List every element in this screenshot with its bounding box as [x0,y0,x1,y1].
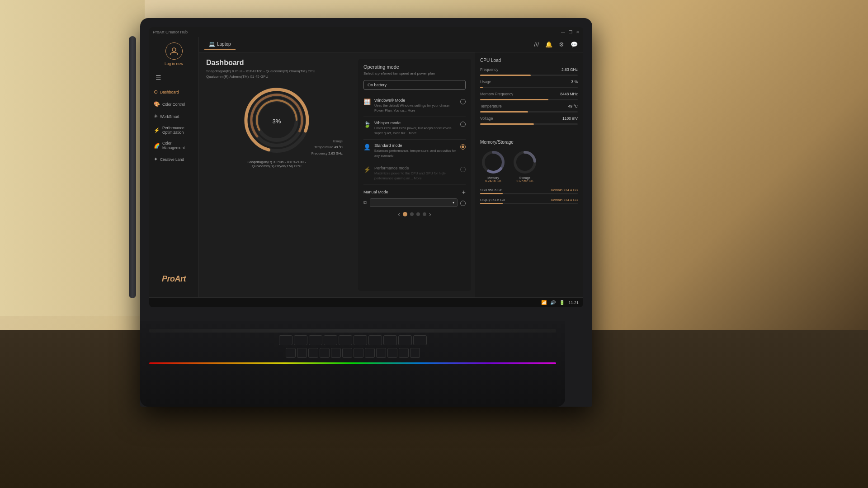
svg-point-0 [172,48,176,52]
close-button[interactable]: ✕ [576,30,580,34]
usage-bar-fill [480,87,483,88]
storage-gauge-svg [512,149,538,175]
whisper-mode-radio[interactable] [460,122,466,127]
temp-bar-fill [480,111,528,113]
frequency-bar [480,75,578,76]
right-panel: CPU Load Frequency 2.63 GHz [475,52,583,297]
app-title: ProArt Creator Hub [153,30,188,34]
login-label[interactable]: Log in now [165,61,183,66]
standard-mode-desc: Balances performance, temperature, and a… [374,149,457,158]
voltage-label: Voltage [480,116,493,121]
sidebar-item-label: Creative Land [160,157,184,162]
sidebar-item-color-management[interactable]: 🌈 Color Management [149,138,198,153]
battery-icon: 🔋 [559,300,565,305]
pagination-dot-4[interactable] [423,212,426,216]
voltage-value: 1100 mV [562,116,578,121]
freq-value: 2.63 GHz [328,151,343,155]
voltage-bar [480,123,578,125]
windows-mode-desc: Uses the default Windows settings for yo… [374,103,457,113]
sidebar-item-creative-land[interactable]: ✦ Creative Land [149,153,198,165]
tab-laptop-label: Laptop [217,42,231,47]
proart-logo: ProArt [156,271,192,287]
sound-icon: 🔊 [550,300,556,305]
pagination-prev[interactable]: ‹ [398,211,400,218]
pagination-dot-3[interactable] [416,212,420,216]
sidebar: Log in now ☰ ⊙ Dashboard 🎨 Color Control… [149,37,199,297]
usage-metric-label: Usage [480,80,491,84]
settings-icon[interactable]: ⚙ [559,41,564,48]
pagination-next[interactable]: › [429,211,431,218]
mem-freq-bar-fill [480,99,548,100]
device-line2: Qualcomm(R) Adreno(TM) X1-45 GPU [206,74,347,80]
osc-remain: Remain 734.4 GB [551,198,578,202]
temp-metric-label: Temperature [480,104,502,108]
title-bar: ProArt Creator Hub — ❐ ✕ [149,27,583,37]
mode-item-whisper[interactable]: 🍃 Whisper mode Limits CPU and GPU power,… [363,117,466,140]
whisper-mode-name: Whisper mode [374,121,457,125]
manual-mode-label: Manual Mode [363,190,388,194]
hamburger-menu[interactable]: ☰ [149,74,161,81]
temp-value: 49 °C [334,145,343,149]
frequency-label: Frequency [480,67,498,72]
storage-gauge-value: 217/952 GB [516,179,533,183]
manual-mode-dropdown[interactable]: ▾ [370,198,458,207]
storage-gauges: Memory 6.24/16 GB [480,149,578,183]
voltage-bar-fill [480,123,534,125]
sidebar-item-label: Color Control [162,102,185,107]
pagination-dot-1[interactable] [403,212,407,216]
manual-mode-radio[interactable] [460,201,466,206]
windows-mode-name: Windows® Mode [374,98,457,103]
feedback-icon[interactable]: 💬 [571,41,578,48]
osc-bar-fill [480,203,503,204]
notification-bell-icon[interactable]: 🔔 [545,41,552,48]
color-control-icon: 🎨 [154,101,160,107]
device-line1: Snapdragon(R) X Plus - X1P42100 - Qualco… [206,69,347,74]
sidebar-item-dashboard[interactable]: ⊙ Dashboard [149,86,198,98]
ssd-name: SSD 951.6 GB [480,188,502,192]
cpu-load-section: CPU Load Frequency 2.63 GHz [475,52,583,134]
memory-storage-section: Memory/Storage [475,134,583,297]
minimize-button[interactable]: — [561,30,565,34]
performance-mode-name: Performance mode [374,166,457,170]
performance-mode-icon: ⚡ [363,166,371,173]
sidebar-item-color-control[interactable]: 🎨 Color Control [149,98,198,110]
osc-name: OS(C) 951.6 GB [480,198,505,202]
operating-mode-subtitle: Select a preferred fan speed and power p… [363,71,466,75]
battery-mode-badge[interactable]: On battery [363,80,466,90]
osc-bar [480,203,578,204]
manual-mode-header: Manual Mode + [363,188,466,196]
performance-mode-radio [460,167,466,172]
sidebar-item-performance[interactable]: ⚡ Performance Optimization [149,122,198,138]
pagination-dot-2[interactable] [410,212,414,216]
sidebar-item-worksmart[interactable]: ✳ WorkSmart [149,110,198,122]
maximize-button[interactable]: ❐ [569,30,572,34]
frequency-bar-fill [480,75,531,76]
mode-item-windows[interactable]: 🪟 Windows® Mode Uses the default Windows… [363,94,466,117]
mem-freq-value: 8448 MHz [560,92,578,96]
voltage-row: Voltage 1100 mV [480,116,578,121]
osc-header: OS(C) 951.6 GB Remain 734.4 GB [480,198,578,202]
sidebar-item-label: WorkSmart [160,114,179,119]
tab-laptop[interactable]: 💻 Laptop [204,39,236,50]
dashboard-title: Dashboard [206,59,347,67]
cpu-load-title: CPU Load [480,58,578,63]
avatar-area[interactable]: Log in now [165,42,183,66]
mode-item-standard[interactable]: 👤 Standard mode Balances performance, te… [363,140,466,162]
standard-mode-radio[interactable] [460,144,466,150]
manual-add-button[interactable]: + [462,188,466,196]
whisper-mode-icon: 🍃 [363,121,371,128]
temp-bar [480,111,578,113]
worksmart-icon: ✳ [154,113,158,119]
creative-land-icon: ✦ [154,156,158,162]
memory-gauge-value: 6.24/16 GB [485,179,501,183]
windows-mode-radio[interactable] [460,99,466,104]
content-panels: Dashboard Snapdragon(R) X Plus - X1P4210… [199,52,583,297]
wifi-icon: 📶 [541,300,547,305]
temp-metric-value: 49 °C [568,104,578,108]
screen-bezel: ProArt Creator Hub — ❐ ✕ [149,27,583,307]
ssd-bar-fill [480,193,503,194]
usage-label: Usage [333,139,343,143]
performance-icon: ⚡ [154,127,160,133]
dashboard-icon: ⊙ [154,89,158,95]
temp-row: Temperature 49 °C [480,104,578,108]
